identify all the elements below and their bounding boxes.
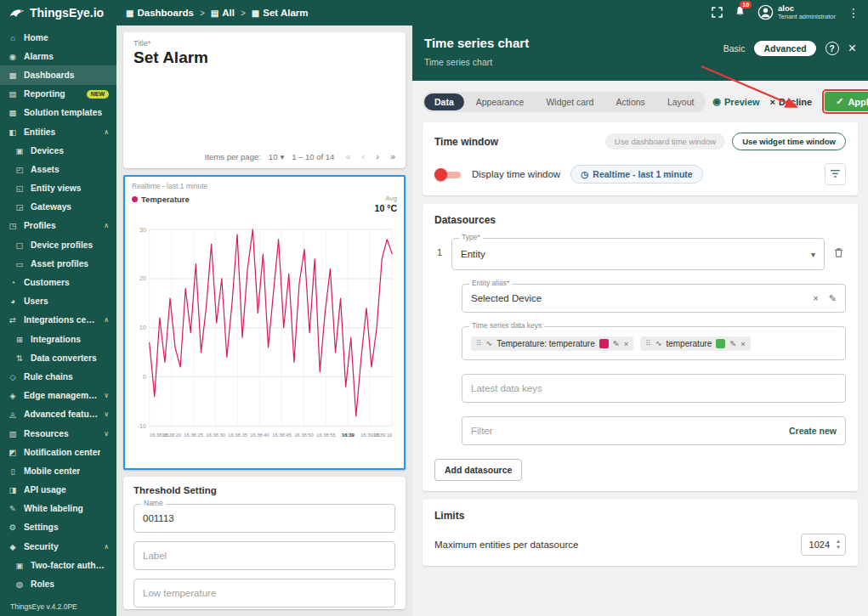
use-dashboard-time-window-button[interactable]: Use dashboard time window <box>605 133 725 150</box>
sidebar-item-white-labeling[interactable]: ✎White labeling <box>0 500 116 518</box>
tab-data[interactable]: Data <box>424 93 464 110</box>
help-icon[interactable]: ? <box>825 42 839 55</box>
timeseries-chart-widget[interactable]: Realtime - last 1 minute Temperature Avg… <box>123 175 406 470</box>
filter-field[interactable]: Filter Create new <box>462 416 846 445</box>
drag-handle-icon[interactable]: ⠿ <box>645 339 651 348</box>
remove-key-icon[interactable]: × <box>624 339 629 348</box>
sidebar-item-solution-templates[interactable]: ▩Solution templates <box>0 104 116 122</box>
breadcrumb-separator: > <box>241 8 246 18</box>
sidebar-item-home[interactable]: ⌂Home <box>0 28 116 47</box>
low-temperature-field[interactable]: Low temperature <box>133 579 395 608</box>
create-new-filter-link[interactable]: Create new <box>789 426 837 436</box>
alarm-title-widget[interactable]: Title* Set Alarm Items per page: 10 ▾ 1 … <box>123 32 406 168</box>
sidebar-item-users[interactable]: ◕Users <box>0 292 116 311</box>
user-role: Tenant administrator <box>778 14 836 21</box>
sidebar-item-two-factor-authentication[interactable]: ▣Two-factor authenticati... <box>0 556 116 574</box>
prev-page-icon[interactable]: ‹ <box>362 151 366 161</box>
edit-key-icon[interactable]: ✎ <box>613 339 620 348</box>
sidebar-item-resources[interactable]: ▥Resources∨ <box>0 424 116 443</box>
tab-actions[interactable]: Actions <box>605 93 655 110</box>
max-entities-value: 1024 <box>809 540 830 550</box>
sidebar-item-rule-chains[interactable]: ◇Rule chains <box>0 367 116 386</box>
sidebar-item-advanced-features[interactable]: ◬Advanced features∨ <box>0 405 116 424</box>
brand[interactable]: ThingsEye.io <box>9 6 111 20</box>
advanced-mode-button[interactable]: Advanced <box>754 41 815 56</box>
data-key-chip[interactable]: ⠿∿Temperature: temperature✎× <box>471 336 633 351</box>
sidebar-item-security[interactable]: ◆Security∧ <box>0 537 116 556</box>
clear-alias-icon[interactable]: × <box>813 293 818 303</box>
sidebar-item-device-profiles[interactable]: ▢Device profiles <box>0 235 116 254</box>
sidebar-item-mobile-center[interactable]: ▯Mobile center <box>0 461 116 480</box>
max-entities-input[interactable]: 1024 ▲ ▼ <box>801 534 846 556</box>
name-field[interactable]: Name 001113 <box>133 504 395 533</box>
sidebar-item-settings[interactable]: ⚙Settings <box>0 518 116 537</box>
chevron-up-icon: ∧ <box>104 316 109 324</box>
sidebar-item-customers[interactable]: ◔Customers <box>0 273 116 291</box>
sidebar-item-gateways[interactable]: ◲Gateways <box>0 198 116 217</box>
sidebar-item-devices[interactable]: ▣Devices <box>0 141 116 160</box>
sidebar-item-alarms[interactable]: ◉Alarms <box>0 47 116 65</box>
add-datasource-button[interactable]: Add datasource <box>434 459 522 481</box>
sidebar-item-notification-center[interactable]: ◩Notification center <box>0 443 116 461</box>
edit-alias-icon[interactable]: ✎ <box>829 293 837 304</box>
label-field[interactable]: Label <box>133 541 395 570</box>
delete-datasource-button[interactable] <box>831 245 846 263</box>
sidebar-item-asset-profiles[interactable]: ▭Asset profiles <box>0 254 116 273</box>
sidebar-item-profiles[interactable]: ◳Profiles∧ <box>0 217 116 235</box>
sidebar-item-data-converters[interactable]: ⇅Data converters <box>0 348 116 367</box>
decline-button[interactable]: × Decline <box>770 97 813 107</box>
latest-data-keys-field[interactable]: Latest data keys <box>462 374 846 403</box>
sidebar-item-edge-management[interactable]: ◈Edge management∨ <box>0 387 116 405</box>
last-page-icon[interactable]: » <box>390 151 395 161</box>
close-icon[interactable]: × <box>848 42 856 55</box>
threshold-setting-widget[interactable]: Threshold Setting Name 001113 Label Low … <box>123 477 406 609</box>
breadcrumb-label: Dashboards <box>137 8 193 18</box>
realtime-window-chip[interactable]: ◷ Realtime - last 1 minute <box>570 165 702 184</box>
entity-alias-field[interactable]: Entity alias* Selected Device × ✎ <box>462 284 846 313</box>
sidebar-item-roles[interactable]: ◍Roles <box>0 574 116 593</box>
legend-temperature[interactable]: Temperature <box>132 195 190 204</box>
notifications-button[interactable]: 10 <box>735 5 746 20</box>
basic-mode-button[interactable]: Basic <box>723 43 746 54</box>
page-size-select[interactable]: 10 ▾ <box>269 152 284 161</box>
next-page-icon[interactable]: › <box>376 151 379 161</box>
kebab-menu-icon[interactable]: ⋮ <box>848 6 859 20</box>
tab-layout[interactable]: Layout <box>657 93 705 110</box>
sidebar-item-reporting[interactable]: ▤ReportingNEW <box>0 85 116 104</box>
datasource-type-select[interactable]: Type* Entity ▾ <box>451 238 825 270</box>
breadcrumb-item-set-alarm[interactable]: ▦Set Alarm <box>252 8 309 18</box>
sidebar-item-entity-views[interactable]: ◱Entity views <box>0 179 116 198</box>
preview-button[interactable]: ◉ Preview <box>712 96 759 107</box>
tab-widget-card[interactable]: Widget card <box>536 93 604 110</box>
drag-handle-icon[interactable]: ⠿ <box>476 339 482 348</box>
use-widget-time-window-button[interactable]: Use widget time window <box>732 133 846 150</box>
number-stepper[interactable]: ▲ ▼ <box>836 539 841 550</box>
data-key-chip[interactable]: ⠿∿temperature✎× <box>640 336 751 351</box>
sidebar-item-integrations-center[interactable]: ⇄Integrations center∧ <box>0 311 116 330</box>
data-key-chips: ⠿∿Temperature: temperature✎×⠿∿temperatur… <box>471 336 751 351</box>
time-window-filter-button[interactable] <box>825 163 846 185</box>
display-time-window-toggle[interactable] <box>434 168 462 181</box>
user-menu[interactable]: aloc Tenant administrator <box>757 4 836 21</box>
sidebar-item-integrations[interactable]: ⊞Integrations <box>0 330 116 348</box>
chart-time-window-label: Realtime - last 1 minute <box>132 182 397 190</box>
edit-key-icon[interactable]: ✎ <box>729 339 736 348</box>
sidebar-item-assets[interactable]: ◰Assets <box>0 160 116 178</box>
remove-key-icon[interactable]: × <box>740 339 746 348</box>
chevron-up-icon: ∧ <box>104 128 109 136</box>
apply-button[interactable]: ✓ Apply <box>825 92 868 111</box>
sidebar-item-api-usage[interactable]: ◨API usage <box>0 481 116 500</box>
widget-title-value[interactable]: Set Alarm <box>133 48 395 67</box>
first-page-icon[interactable]: « <box>345 151 350 161</box>
fullscreen-icon[interactable] <box>712 7 723 18</box>
breadcrumb-item-all[interactable]: ▤All <box>211 8 235 18</box>
timeseries-data-keys-field[interactable]: Time series data keys ⠿∿Temperature: tem… <box>462 326 846 360</box>
chevron-down-icon: ▾ <box>811 250 815 259</box>
sidebar-item-entities[interactable]: ◧Entities∧ <box>0 122 116 141</box>
tab-appearance[interactable]: Appearance <box>466 93 535 110</box>
svg-text:0: 0 <box>143 374 146 380</box>
sidebar-item-dashboards[interactable]: ▦Dashboards <box>0 65 116 84</box>
solution-templates-icon: ▩ <box>8 108 18 117</box>
breadcrumb-item-dashboards[interactable]: ▦Dashboards <box>126 8 194 18</box>
all-icon: ▤ <box>211 8 218 18</box>
